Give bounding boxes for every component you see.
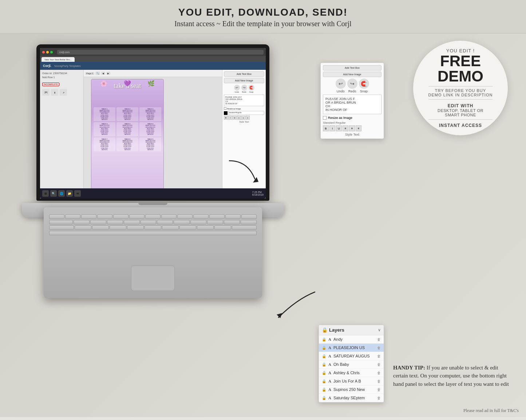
key[interactable] (179, 225, 196, 230)
redo-item[interactable]: ↪ Redo (241, 85, 247, 93)
float-redo[interactable]: ↪ Redo (347, 79, 357, 93)
key[interactable] (209, 215, 225, 219)
layer-trash-icon[interactable]: 🗑 (377, 363, 381, 367)
layer-sataugus[interactable]: 🔒 A SATURDAY AUGUS 🗑 (319, 352, 384, 360)
underline-btn[interactable]: U (233, 116, 237, 120)
float-align-center[interactable]: ≡ (349, 125, 355, 131)
align-right-btn[interactable]: ≡ (246, 116, 250, 120)
layer-saturday[interactable]: 🔒 A Saturday SEptem 🗑 (319, 394, 384, 402)
font-select[interactable]: Standard Regular (228, 111, 264, 115)
layer-trash-icon[interactable]: 🗑 (377, 337, 381, 341)
layer-trash-icon[interactable]: 🗑 (377, 396, 381, 400)
close-dot[interactable] (42, 51, 45, 53)
float-redo-icon[interactable]: ↪ (347, 79, 357, 89)
float-snap-icon[interactable]: 🧲 (359, 79, 369, 89)
layer-andy[interactable]: 🔒 A Andy 🗑 (319, 335, 384, 344)
layer-pleasejoin[interactable]: 🔒 A PLEASEJOIN US 🗑 (319, 344, 384, 352)
layer-ohbaby[interactable]: 🔒 A Oh Baby 🗑 (319, 360, 384, 369)
key[interactable] (197, 225, 214, 230)
key[interactable] (145, 215, 161, 219)
float-align-left[interactable]: ≡ (343, 125, 348, 131)
key[interactable] (141, 220, 157, 224)
key[interactable] (177, 215, 193, 219)
key[interactable] (190, 220, 206, 224)
float-checkbox[interactable] (323, 116, 327, 120)
float-undo[interactable]: ↩ Undo (336, 79, 346, 93)
key[interactable] (92, 225, 109, 230)
undo-item[interactable]: ↩ Undo (234, 85, 240, 93)
layer-trash-icon[interactable]: 🗑 (377, 371, 381, 375)
layer-joinusfor[interactable]: 🔒 A Join Us For A B 🗑 (319, 377, 384, 385)
key[interactable] (214, 225, 231, 230)
start-btn[interactable]: ⊞ (42, 190, 49, 197)
snap-item[interactable]: 🧲 Snap (249, 85, 254, 93)
float-underline[interactable]: U (336, 125, 342, 131)
resize-checkbox[interactable] (224, 107, 226, 110)
key[interactable] (241, 220, 257, 224)
italic-btn[interactable]: I (228, 116, 232, 120)
caps-key[interactable] (49, 225, 74, 230)
add-text-box-btn[interactable]: Add Text Box (224, 71, 264, 77)
undo-icon[interactable]: ↩ (234, 85, 240, 91)
toolbar-page[interactable]: Page 1 (85, 72, 94, 75)
key[interactable] (107, 220, 123, 224)
tab-key[interactable] (49, 220, 73, 224)
layer-trash-icon[interactable]: 🗑 (377, 346, 381, 350)
toolbar-next[interactable]: ▶ (106, 72, 110, 75)
key[interactable] (90, 220, 106, 224)
align-center-btn[interactable]: ≡ (241, 116, 245, 120)
key[interactable] (193, 215, 209, 219)
key[interactable] (75, 225, 91, 230)
key[interactable] (129, 215, 145, 219)
key[interactable] (81, 215, 96, 219)
save-original-icon[interactable]: 💾 (42, 89, 50, 96)
bold-btn[interactable]: B (224, 116, 228, 120)
url-bar[interactable]: corjl.com (57, 50, 264, 55)
layer-trash-icon[interactable]: 🗑 (377, 388, 381, 392)
align-left-btn[interactable]: ≡ (237, 116, 241, 120)
maximize-dot[interactable] (50, 51, 53, 53)
layer-trash-icon[interactable]: 🗑 (377, 379, 381, 383)
add-new-image-btn[interactable]: Add New Image (224, 78, 264, 83)
float-italic[interactable]: I (329, 125, 335, 131)
key[interactable] (225, 215, 241, 219)
key[interactable] (65, 215, 80, 219)
download-icon[interactable]: ⬇ (51, 89, 58, 96)
search-taskbar[interactable]: 🔍 (50, 190, 57, 197)
layer-trash-icon[interactable]: 🗑 (377, 354, 381, 358)
key[interactable] (124, 220, 140, 224)
folder-taskbar-icon[interactable]: 📁 (66, 190, 73, 197)
enter-key[interactable] (232, 225, 257, 230)
toolbar-zoom[interactable]: 🔍 (95, 72, 100, 75)
mail-taskbar-icon[interactable]: ✉ (74, 190, 81, 197)
active-tab[interactable]: Take Your Seat Bridal Sho... (41, 57, 75, 62)
key[interactable] (241, 215, 257, 219)
key[interactable] (127, 225, 144, 230)
key[interactable] (145, 225, 161, 230)
trackpad[interactable] (131, 265, 175, 291)
space-key key-space[interactable] (49, 231, 257, 235)
layers-chevron-icon[interactable]: ∨ (378, 328, 381, 332)
key[interactable] (224, 220, 240, 224)
float-add-image-btn[interactable]: Add New Image (323, 72, 381, 77)
key[interactable] (161, 215, 177, 219)
float-snap[interactable]: 🧲 Snap (359, 79, 369, 93)
layer-ashley[interactable]: 🔒 A Ashley & Chris 🗑 (319, 369, 384, 377)
key[interactable] (97, 215, 112, 219)
key[interactable] (74, 220, 90, 224)
key[interactable] (162, 225, 179, 230)
browser-taskbar-icon[interactable]: 🌐 (58, 190, 65, 197)
float-undo-icon[interactable]: ↩ (336, 79, 346, 89)
snap-icon[interactable]: 🧲 (249, 85, 254, 91)
redo-icon[interactable]: ↪ (241, 85, 247, 91)
share-icon[interactable]: ↗ (60, 89, 67, 96)
color-picker[interactable] (224, 111, 228, 115)
key[interactable] (174, 220, 190, 224)
layer-supinos[interactable]: 🔒 A Supinos 250 New 🗑 (319, 385, 384, 394)
toolbar-prev[interactable]: ◀ (101, 72, 105, 75)
minimize-dot[interactable] (46, 51, 49, 53)
key[interactable] (207, 220, 223, 224)
key[interactable] (110, 225, 126, 230)
float-add-text-btn[interactable]: Add Text Box (323, 65, 381, 71)
float-bold[interactable]: B (323, 125, 329, 131)
